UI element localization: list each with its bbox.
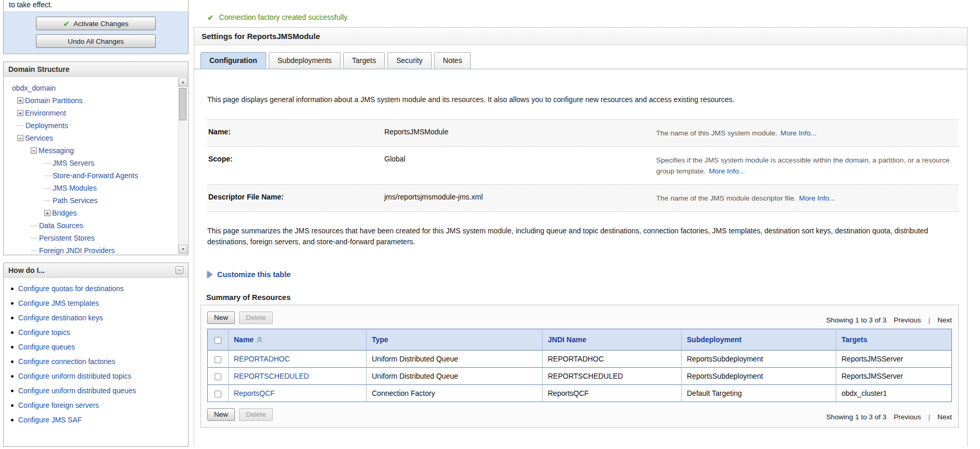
expand-icon[interactable]: +	[17, 97, 23, 104]
how-do-i-panel: How do I... − Configure quotas for desti…	[3, 263, 189, 447]
cell-jndi-name: REPORTSCHEDULED	[543, 368, 682, 385]
sort-ascending-icon[interactable]	[256, 336, 263, 343]
tree-link-jms-modules[interactable]: JMS Modules	[53, 184, 97, 192]
resource-link-reportadhoc[interactable]: REPORTADHOC	[234, 355, 290, 363]
tree-link-services[interactable]: Services	[25, 134, 53, 142]
paging-text: Showing 1 to 3 of 3	[826, 316, 887, 324]
cell-targets: ReportsJMSServer	[836, 351, 952, 368]
how-do-i-link-configure-uniform-distributed-topics[interactable]: Configure uniform distributed topics	[18, 372, 131, 380]
column-header-type[interactable]: Type	[367, 329, 543, 351]
collapse-icon[interactable]: −	[175, 266, 183, 274]
how-do-i-link-configure-destination-keys[interactable]: Configure destination keys	[18, 314, 103, 322]
row-checkbox[interactable]	[215, 373, 221, 380]
bullet-icon	[11, 419, 14, 421]
previous-link[interactable]: Previous	[894, 413, 921, 421]
delete-button[interactable]: Delete	[239, 408, 273, 421]
more-info-link[interactable]: More Info...	[799, 194, 835, 202]
tree-link-foreign-jndi-providers[interactable]: Foreign JNDI Providers	[39, 246, 115, 255]
collapse-icon[interactable]: −	[31, 147, 37, 154]
how-do-i-link-configure-jms-templates[interactable]: Configure JMS templates	[18, 300, 99, 307]
tree-link-obdx-domain[interactable]: obdx_domain	[12, 84, 56, 92]
expand-icon[interactable]: +	[17, 110, 23, 116]
activate-changes-button[interactable]: ✔ Activate Changes	[36, 17, 156, 30]
bullet-icon	[11, 360, 14, 363]
tree-item-domain-partitions: +Domain Partitions	[8, 94, 175, 107]
list-item: Configure queues	[11, 343, 184, 351]
tree-connector	[31, 238, 37, 239]
field-value: jms/reportsjmsmodule-jms.xml	[384, 193, 656, 204]
paging-controls: Showing 1 to 3 of 3Previous|Next	[826, 316, 952, 324]
tree-item-services: −Services	[8, 132, 175, 144]
tree-item-foreign-jndi-providers: Foreign JNDI Providers	[8, 244, 175, 255]
expand-icon[interactable]: +	[44, 210, 51, 216]
cell-name: REPORTADHOC	[229, 351, 367, 368]
undo-all-changes-label: Undo All Changes	[68, 38, 124, 45]
tree-link-data-sources[interactable]: Data Sources	[39, 221, 83, 230]
how-do-i-link-configure-topics[interactable]: Configure topics	[18, 329, 70, 336]
row-checkbox[interactable]	[215, 356, 221, 363]
tab-security[interactable]: Security	[387, 52, 432, 69]
tree-link-environment[interactable]: Environment	[25, 109, 66, 117]
field-help: The name of the JMS module descriptor fi…	[656, 193, 958, 204]
list-item: Configure JMS SAF	[11, 416, 184, 424]
how-do-i-link-configure-jms-saf[interactable]: Configure JMS SAF	[18, 416, 82, 424]
resource-link-reportsqcf[interactable]: ReportsQCF	[234, 389, 275, 397]
column-header-targets[interactable]: Targets	[836, 329, 952, 351]
customize-this-table-link[interactable]: Customize this table	[207, 270, 959, 279]
column-header-label: Name	[234, 335, 254, 344]
tab-notes[interactable]: Notes	[434, 52, 471, 69]
more-info-link[interactable]: More Info...	[781, 129, 816, 137]
list-item: Configure quotas for destinations	[11, 285, 184, 293]
tree-link-bridges[interactable]: Bridges	[52, 209, 77, 217]
column-header-subdeployment[interactable]: Subdeployment	[682, 329, 836, 351]
tree-link-domain-partitions[interactable]: Domain Partitions	[25, 96, 83, 105]
list-item: Configure topics	[11, 329, 184, 336]
tree-link-jms-servers[interactable]: JMS Servers	[53, 159, 94, 167]
tab-targets[interactable]: Targets	[343, 52, 385, 69]
how-do-i-link-configure-uniform-distributed-queues[interactable]: Configure uniform distributed queues	[18, 387, 136, 395]
tree-link-messaging[interactable]: Messaging	[39, 146, 74, 155]
how-do-i-link-configure-queues[interactable]: Configure queues	[18, 343, 75, 351]
how-do-i-header: How do I... −	[4, 263, 188, 278]
previous-link[interactable]: Previous	[894, 316, 921, 324]
column-header-jndi-name[interactable]: JNDI Name	[543, 329, 682, 351]
tree-link-persistent-stores[interactable]: Persistent Stores	[39, 234, 95, 242]
domain-structure-scrollbar[interactable]: ▲ ▼	[178, 78, 187, 254]
how-do-i-link-configure-quotas-for-destinations[interactable]: Configure quotas for destinations	[18, 285, 123, 293]
resource-link-reportscheduled[interactable]: REPORTSCHEDULED	[234, 372, 309, 380]
tree-link-deployments[interactable]: Deployments	[26, 121, 68, 130]
field-help: Specifies if the JMS system module is ac…	[656, 155, 958, 177]
delete-button[interactable]: Delete	[239, 311, 273, 324]
select-all-checkbox[interactable]	[215, 337, 221, 344]
paging-separator: |	[928, 413, 931, 421]
tab-configuration[interactable]: Configuration	[200, 52, 266, 69]
how-do-i-link-configure-connection-factories[interactable]: Configure connection factories	[18, 358, 115, 366]
success-message-text: Connection factory created successfully.	[219, 13, 349, 21]
cell-name: ReportsQCF	[229, 385, 367, 402]
tree-link-store-and-forward-agents[interactable]: Store-and-Forward Agents	[53, 171, 138, 180]
page-title: Settings for ReportsJMSModule	[194, 28, 967, 45]
settings-panel: Settings for ReportsJMSModule Configurat…	[194, 27, 968, 447]
tree-connector	[44, 163, 51, 164]
column-header-name[interactable]: Name	[229, 329, 367, 351]
tree-link-path-services[interactable]: Path Services	[53, 196, 97, 205]
tab-subdeployments[interactable]: Subdeployments	[269, 52, 341, 69]
undo-all-changes-button[interactable]: Undo All Changes	[36, 34, 156, 48]
row-checkbox[interactable]	[215, 391, 221, 397]
customize-this-table-label: Customize this table	[217, 270, 291, 279]
how-do-i-link-configure-foreign-servers[interactable]: Configure foreign servers	[18, 402, 99, 409]
scroll-up-icon[interactable]: ▲	[179, 78, 187, 86]
tree-connector	[44, 201, 51, 201]
more-info-link[interactable]: More Info...	[709, 167, 745, 175]
next-link[interactable]: Next	[937, 413, 952, 421]
tree-item-data-sources: Data Sources	[8, 219, 175, 232]
button-group: NewDelete	[207, 408, 277, 421]
next-link[interactable]: Next	[937, 316, 952, 324]
new-button[interactable]: New	[207, 408, 235, 421]
tree-item-obdx-domain: obdx_domain	[8, 82, 175, 94]
bullet-icon	[11, 346, 14, 348]
scroll-down-icon[interactable]: ▼	[179, 245, 187, 254]
scrollbar-thumb[interactable]	[179, 88, 186, 120]
new-button[interactable]: New	[207, 311, 235, 324]
collapse-icon[interactable]: −	[17, 135, 23, 141]
